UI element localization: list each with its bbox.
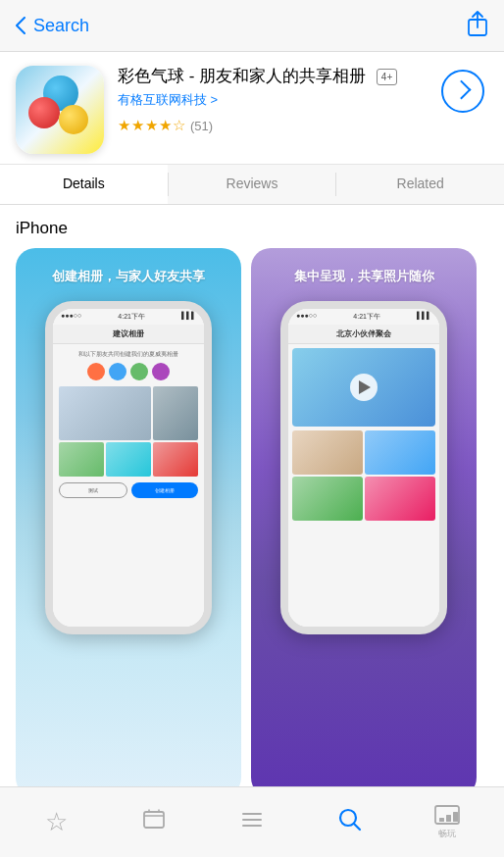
screenshot-1: 创建相册，与家人好友共享 ●●●○○ 4:21下午 ▌▌▌ 建议相册 和以下朋友… [16,248,241,797]
balloon-yellow [59,105,88,134]
tab-details[interactable]: Details [0,165,168,204]
rating-count: (51) [190,119,213,133]
app-name: 彩色气球 - 朋友和家人的共享相册 4+ [118,66,437,87]
header: Search [0,0,504,52]
avatar-3 [130,363,148,380]
list-icon [239,807,265,836]
bottom-tab-files[interactable] [106,807,204,838]
svg-rect-6 [453,812,458,822]
svg-rect-5 [446,815,451,822]
bottom-tabbar: ☆ [0,786,504,857]
avatar-row [59,363,198,380]
phone-btn-create: 创建相册 [131,482,198,498]
phone-status-bar: ●●●○○ 4:21下午 ▌▌▌ [53,309,204,325]
get-button[interactable] [437,66,488,117]
phone-nav-2: 北京小伙伴聚会 [288,325,439,344]
bottom-tab-play[interactable]: 畅玩 [398,804,496,840]
tab-related[interactable]: Related [336,165,504,204]
download-circle [441,70,484,113]
play-store-icon [433,804,461,826]
svg-rect-4 [439,818,444,822]
chevron-left-icon [16,17,25,34]
photo-cell-3 [292,477,363,521]
photo-grid-2 [292,430,435,521]
photo-cell-4 [365,477,435,521]
play-button [350,374,378,401]
stars: ★★★★☆ [118,117,186,134]
app-rating: ★★★★☆ (51) [118,117,437,134]
app-icon [16,66,104,154]
bottom-tab-search[interactable] [301,806,399,839]
photo-cell-1 [292,430,363,475]
phone-content-text: 和以下朋友共同创建我们的夏威夷相册 [59,350,198,359]
play-triangle [359,380,371,394]
bottom-tab-list[interactable] [203,807,301,838]
share-icon [467,10,488,37]
avatar-2 [109,363,126,380]
app-developer[interactable]: 有格互联网科技 [118,91,437,109]
back-button[interactable]: Search [16,16,89,36]
age-badge: 4+ [377,69,397,85]
phone-btn-row: 测试 创建相册 [59,482,198,498]
phone-nav-1: 建议相册 [53,325,204,344]
phone-status-bar-2: ●●●○○ 4:21下午 ▌▌▌ [288,309,439,325]
iphone-section-label: iPhone [0,205,504,248]
screenshot-2: 集中呈现，共享照片随你 ●●●○○ 4:21下午 ▌▌▌ 北京小伙伴聚会 [251,248,477,797]
screenshots-container: 创建相册，与家人好友共享 ●●●○○ 4:21下午 ▌▌▌ 建议相册 和以下朋友… [0,248,504,797]
play-tab-label: 畅玩 [438,828,456,840]
app-details: 彩色气球 - 朋友和家人的共享相册 4+ 有格互联网科技 ★★★★☆ (51) [118,66,437,134]
back-label: Search [33,16,89,36]
phone-btn-test: 测试 [59,482,127,498]
svg-rect-1 [144,812,164,828]
share-button[interactable] [467,10,488,42]
star-icon: ☆ [45,809,68,834]
search-icon [336,806,364,837]
photo-cell-2 [365,430,435,475]
tab-bar: Details Reviews Related [0,165,504,205]
photo-full-1 [292,348,435,427]
bottom-tab-favorites[interactable]: ☆ [8,809,106,836]
avatar-4 [152,363,170,380]
screenshot-1-text: 创建相册，与家人好友共享 [42,268,215,285]
tab-reviews[interactable]: Reviews [169,165,336,204]
mock-phone-1: ●●●○○ 4:21下午 ▌▌▌ 建议相册 和以下朋友共同创建我们的夏威夷相册 [45,301,212,634]
mock-phone-2: ●●●○○ 4:21下午 ▌▌▌ 北京小伙伴聚会 [280,301,447,634]
app-info-section: 彩色气球 - 朋友和家人的共享相册 4+ 有格互联网科技 ★★★★☆ (51) [0,52,504,165]
screenshot-2-text: 集中呈现，共享照片随你 [284,268,444,285]
files-icon [141,807,167,836]
balloon-red [28,97,60,128]
photo-grid-1 [59,386,198,477]
avatar-1 [87,363,105,380]
